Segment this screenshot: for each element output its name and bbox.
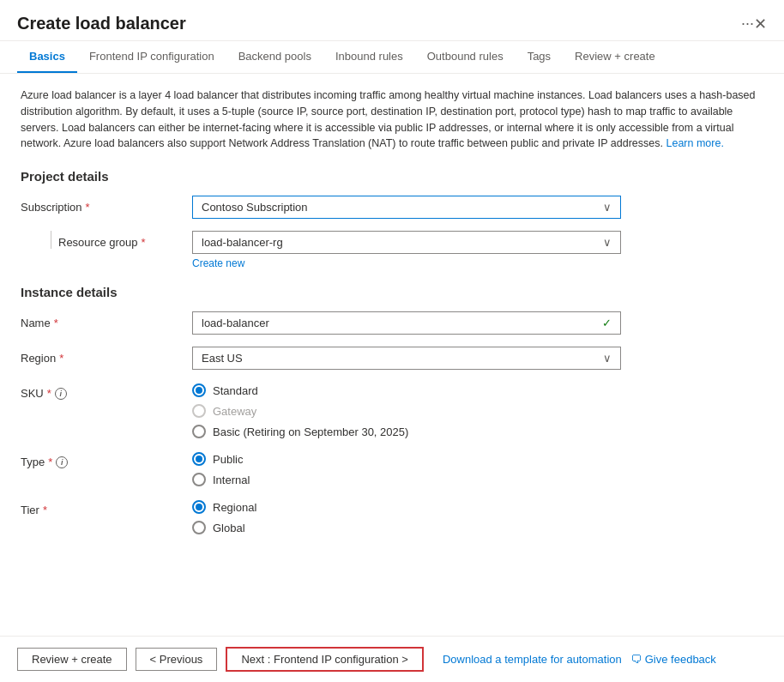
sku-radio-standard[interactable] — [192, 383, 206, 397]
sku-radio-basic[interactable] — [192, 425, 206, 438]
close-button[interactable]: ✕ — [754, 15, 767, 33]
title-bar: Create load balancer ··· ✕ — [0, 0, 784, 41]
tier-option-regional[interactable]: Regional — [192, 500, 621, 514]
sku-radio-gateway[interactable] — [192, 404, 206, 418]
name-valid-icon: ✓ — [602, 317, 612, 329]
tier-radio-regional[interactable] — [192, 500, 206, 514]
review-create-footer-button[interactable]: Review + create — [17, 648, 127, 671]
type-info-icon[interactable]: i — [56, 456, 68, 468]
sku-label-basic: Basic (Retiring on September 30, 2025) — [213, 425, 408, 438]
name-control: load-balancer ✓ — [192, 311, 621, 335]
type-group: Type * i Public Internal — [21, 450, 763, 486]
tier-label-global: Global — [213, 522, 245, 534]
region-value: East US — [202, 352, 243, 365]
resource-group-control: load-balancer-rg ∨ Create new — [192, 231, 621, 269]
project-details-title: Project details — [21, 169, 763, 184]
instance-details-title: Instance details — [21, 285, 763, 299]
sku-label-standard: Standard — [213, 384, 258, 397]
name-label: Name * — [21, 311, 192, 329]
sku-control: Standard Gateway Basic (Retiring on Sept… — [192, 382, 621, 438]
resource-group-label: Resource group — [58, 236, 138, 249]
sku-label-gateway: Gateway — [213, 405, 256, 418]
learn-more-link[interactable]: Learn more. — [666, 137, 723, 149]
name-value: load-balancer — [202, 317, 269, 329]
subscription-control: Contoso Subscription ∨ — [192, 196, 621, 219]
feedback-icon: 🗨 — [630, 653, 642, 666]
subscription-group: Subscription * Contoso Subscription ∨ — [21, 196, 763, 219]
tier-radio-regional-inner — [196, 504, 202, 510]
feedback-label: Give feedback — [645, 653, 716, 666]
sku-info-icon[interactable]: i — [55, 388, 67, 400]
type-option-internal[interactable]: Internal — [192, 473, 621, 486]
type-option-public[interactable]: Public — [192, 452, 621, 466]
sku-option-basic[interactable]: Basic (Retiring on September 30, 2025) — [192, 425, 621, 438]
tier-option-global[interactable]: Global — [192, 521, 621, 534]
tab-frontend-ip[interactable]: Frontend IP configuration — [77, 41, 226, 73]
tab-tags[interactable]: Tags — [516, 41, 563, 73]
main-content: Azure load balancer is a layer 4 load ba… — [0, 74, 784, 560]
name-group: Name * load-balancer ✓ — [21, 311, 763, 335]
type-label-public: Public — [213, 453, 243, 466]
resource-group-required: * — [142, 236, 146, 249]
give-feedback-link[interactable]: 🗨 Give feedback — [630, 653, 716, 666]
tier-radio-group: Regional Global — [192, 498, 621, 534]
type-radio-public-inner — [196, 456, 202, 462]
sku-label: SKU * i — [21, 382, 192, 400]
resource-group-group: Resource group * load-balancer-rg ∨ Crea… — [21, 231, 763, 269]
type-label-internal: Internal — [213, 474, 250, 486]
footer: Review + create < Previous Next : Fronte… — [0, 636, 784, 682]
tier-required: * — [43, 504, 47, 516]
tier-group: Tier * Regional Global — [21, 498, 763, 534]
next-button[interactable]: Next : Frontend IP configuration > — [226, 647, 424, 672]
sku-option-standard[interactable]: Standard — [192, 383, 621, 397]
sku-radio-standard-inner — [196, 387, 202, 394]
page-title: Create load balancer — [17, 14, 733, 33]
tab-outbound-rules[interactable]: Outbound rules — [415, 41, 516, 73]
tab-bar: Basics Frontend IP configuration Backend… — [0, 41, 784, 74]
tier-control: Regional Global — [192, 498, 621, 534]
tier-radio-global[interactable] — [192, 521, 206, 534]
resource-group-select[interactable]: load-balancer-rg ∨ — [192, 231, 621, 254]
create-new-link[interactable]: Create new — [192, 257, 621, 269]
tier-label: Tier * — [21, 498, 192, 516]
type-required: * — [48, 456, 52, 468]
subscription-select[interactable]: Contoso Subscription ∨ — [192, 196, 621, 219]
subscription-required: * — [86, 201, 90, 214]
resource-group-chevron: ∨ — [603, 236, 612, 249]
type-radio-public[interactable] — [192, 452, 206, 466]
tab-inbound-rules[interactable]: Inbound rules — [323, 41, 415, 73]
type-radio-internal[interactable] — [192, 473, 206, 486]
type-radio-group: Public Internal — [192, 450, 621, 486]
sku-option-gateway[interactable]: Gateway — [192, 404, 621, 418]
region-label: Region * — [21, 347, 192, 365]
subscription-chevron: ∨ — [603, 201, 612, 214]
region-chevron: ∨ — [603, 352, 612, 365]
download-template-link[interactable]: Download a template for automation — [443, 653, 622, 666]
description-text: Azure load balancer is a layer 4 load ba… — [21, 88, 763, 152]
name-input[interactable]: load-balancer ✓ — [192, 311, 621, 335]
type-label: Type * i — [21, 450, 192, 468]
region-control: East US ∨ — [192, 347, 621, 370]
sku-required: * — [47, 387, 51, 400]
tab-review-create[interactable]: Review + create — [563, 41, 667, 73]
sku-group: SKU * i Standard Gateway Basic (Retirin — [21, 382, 763, 438]
resource-group-value: load-balancer-rg — [202, 236, 283, 249]
name-required: * — [54, 317, 58, 329]
previous-button[interactable]: < Previous — [136, 648, 218, 671]
type-control: Public Internal — [192, 450, 621, 486]
region-required: * — [59, 352, 63, 365]
subscription-value: Contoso Subscription — [202, 201, 308, 214]
subscription-label: Subscription * — [21, 196, 192, 214]
sku-radio-group: Standard Gateway Basic (Retiring on Sept… — [192, 382, 621, 438]
tier-label-regional: Regional — [213, 501, 256, 514]
tab-backend-pools[interactable]: Backend pools — [226, 41, 323, 73]
region-select[interactable]: East US ∨ — [192, 347, 621, 370]
title-options[interactable]: ··· — [741, 15, 754, 33]
region-group: Region * East US ∨ — [21, 347, 763, 370]
tab-basics[interactable]: Basics — [17, 41, 77, 73]
